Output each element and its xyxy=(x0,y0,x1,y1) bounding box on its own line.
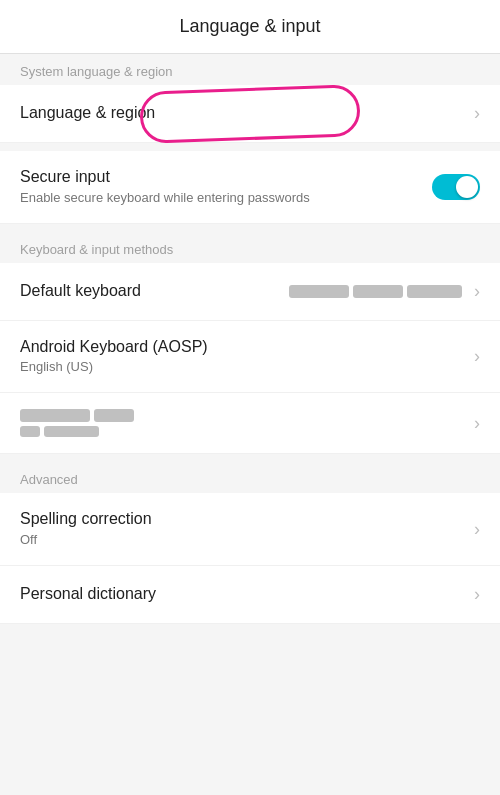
divider-2 xyxy=(0,224,500,232)
secure-input-item[interactable]: Secure input Enable secure keyboard whil… xyxy=(0,151,500,224)
spelling-correction-subtitle: Off xyxy=(20,532,470,549)
spelling-correction-item[interactable]: Spelling correction Off › xyxy=(0,493,500,566)
spelling-correction-content: Spelling correction Off xyxy=(20,509,470,549)
blurred-value-1 xyxy=(289,285,349,298)
android-keyboard-content: Android Keyboard (AOSP) English (US) xyxy=(20,337,470,377)
spelling-correction-title: Spelling correction xyxy=(20,509,470,530)
language-region-item[interactable]: Language & region › xyxy=(0,85,500,143)
default-keyboard-title: Default keyboard xyxy=(20,281,289,302)
default-keyboard-content: Default keyboard xyxy=(20,281,289,302)
section-header-system: System language & region xyxy=(0,54,500,85)
chevron-icon: › xyxy=(474,103,480,124)
blurred-title-1 xyxy=(20,409,90,422)
android-keyboard-title: Android Keyboard (AOSP) xyxy=(20,337,470,358)
language-region-title: Language & region xyxy=(20,103,470,124)
divider-3 xyxy=(0,454,500,462)
blurred-item-content xyxy=(20,409,470,437)
blurred-sub-2 xyxy=(44,426,99,437)
secure-input-content: Secure input Enable secure keyboard whil… xyxy=(20,167,432,207)
blurred-value-3 xyxy=(407,285,462,298)
section-header-advanced: Advanced xyxy=(0,462,500,493)
page-title: Language & input xyxy=(179,16,320,36)
section-header-keyboard: Keyboard & input methods xyxy=(0,232,500,263)
blurred-value-2 xyxy=(353,285,403,298)
blurred-sub-1 xyxy=(20,426,40,437)
secure-input-subtitle: Enable secure keyboard while entering pa… xyxy=(20,190,432,207)
blurred-title-2 xyxy=(94,409,134,422)
personal-dictionary-title: Personal dictionary xyxy=(20,584,470,605)
chevron-icon-dictionary: › xyxy=(474,584,480,605)
blurred-item[interactable]: › xyxy=(0,393,500,454)
toggle-container[interactable] xyxy=(432,174,480,200)
chevron-icon-aosp: › xyxy=(474,346,480,367)
chevron-icon-keyboard: › xyxy=(474,281,480,302)
top-bar: Language & input xyxy=(0,0,500,54)
divider-1 xyxy=(0,143,500,151)
secure-input-title: Secure input xyxy=(20,167,432,188)
list-item-content: Language & region xyxy=(20,103,470,124)
chevron-icon-spelling: › xyxy=(474,519,480,540)
android-keyboard-subtitle: English (US) xyxy=(20,359,470,376)
personal-dictionary-item[interactable]: Personal dictionary › xyxy=(0,566,500,624)
chevron-icon-blurred: › xyxy=(474,413,480,434)
default-keyboard-value-row: › xyxy=(289,281,480,302)
secure-input-toggle[interactable] xyxy=(432,174,480,200)
android-keyboard-item[interactable]: Android Keyboard (AOSP) English (US) › xyxy=(0,321,500,394)
default-keyboard-item[interactable]: Default keyboard › xyxy=(0,263,500,321)
personal-dictionary-content: Personal dictionary xyxy=(20,584,470,605)
